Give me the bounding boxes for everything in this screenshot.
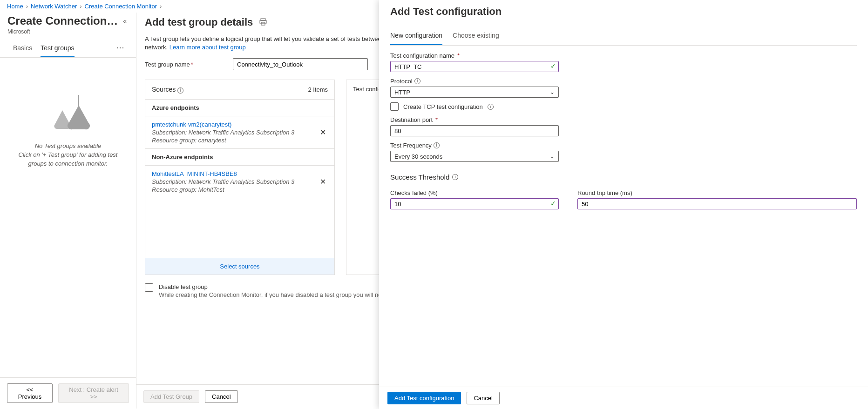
tab-test-groups[interactable]: Test groups <box>41 44 74 57</box>
left-footer: << Previous Next : Create alert >> <box>0 377 136 409</box>
empty-line3: groups to connection monitor. <box>28 160 108 167</box>
collapse-icon[interactable]: « <box>121 15 129 27</box>
cancel-button[interactable]: Cancel <box>205 390 237 403</box>
chevron-right-icon: › <box>26 3 28 10</box>
group-name-label-text: Test group name <box>145 61 190 68</box>
rtt-label: Round trip time (ms) <box>577 189 857 196</box>
test-frequency-label: Test Frequency i <box>390 142 857 149</box>
svg-rect-1 <box>260 20 266 23</box>
test-group-name-input[interactable] <box>233 58 368 70</box>
chevron-down-icon: ⌄ <box>550 89 555 95</box>
info-icon[interactable]: i <box>434 142 440 148</box>
chevron-right-icon: › <box>80 3 81 10</box>
svg-rect-2 <box>261 22 265 25</box>
valid-check-icon: ✓ <box>550 62 556 70</box>
config-name-input[interactable] <box>390 61 559 72</box>
required-icon: * <box>457 52 460 59</box>
create-tcp-label: Create TCP test configuration <box>403 103 483 110</box>
page-subtitle: Microsoft <box>7 28 129 35</box>
source-item-2-rg: Resource group: MohitTest <box>152 186 294 193</box>
empty-line1: No Test groups available <box>35 142 102 149</box>
create-tcp-checkbox[interactable] <box>390 102 399 111</box>
breadcrumb-create-cm[interactable]: Create Connection Monitor <box>85 3 157 10</box>
sources-count: 2 Items <box>308 86 328 93</box>
chevron-down-icon: ⌄ <box>550 153 555 160</box>
drawer-tabs: New configuration Choose existing <box>390 32 857 46</box>
svg-rect-0 <box>261 19 265 20</box>
sources-panel: Sources i 2 Items Azure endpoints pmtest… <box>145 80 335 275</box>
remove-source-2-icon[interactable]: ✕ <box>318 175 328 188</box>
left-tabs: Basics Test groups ··· <box>0 38 136 58</box>
sources-label: Sources i <box>152 86 183 94</box>
destination-port-label: Destination port* <box>390 116 857 123</box>
source-item-2-sub: Subscription: Network Traffic Analytics … <box>152 178 294 185</box>
test-frequency-select[interactable]: Every 30 seconds ⌄ <box>390 151 559 162</box>
source-item-1-sub: Subscription: Network Traffic Analytics … <box>152 129 294 136</box>
test-group-name-label: Test group name* <box>145 61 226 68</box>
print-icon[interactable] <box>259 18 267 27</box>
azure-endpoints-header: Azure endpoints <box>145 99 334 116</box>
required-icon: * <box>435 116 438 123</box>
previous-button[interactable]: << Previous <box>7 383 53 403</box>
success-title-text: Success Threshold <box>390 173 449 181</box>
add-test-configuration-drawer: Add Test configuration New configuration… <box>379 0 868 409</box>
drawer-footer: Add Test configuration Cancel <box>379 387 868 409</box>
chevron-right-icon: › <box>160 3 162 10</box>
non-azure-endpoints-header: Non-Azure endpoints <box>145 148 334 165</box>
drawer-cancel-button[interactable]: Cancel <box>467 392 499 404</box>
tab-choose-existing[interactable]: Choose existing <box>453 32 499 45</box>
protocol-label-text: Protocol <box>390 78 413 85</box>
source-item-1: pmtestchunk-vm2(canarytest) Subscription… <box>145 116 334 148</box>
destination-port-input[interactable] <box>390 125 559 136</box>
port-label-text: Destination port <box>390 116 433 123</box>
info-icon[interactable]: i <box>452 174 458 180</box>
page-title: Create Connection… <box>7 14 118 27</box>
info-icon[interactable]: i <box>488 104 494 110</box>
breadcrumb-home[interactable]: Home <box>7 3 23 10</box>
tab-more-icon[interactable]: ··· <box>113 44 129 57</box>
select-sources-button[interactable]: Select sources <box>145 258 334 275</box>
tab-basics[interactable]: Basics <box>13 44 32 57</box>
protocol-label: Protocol i <box>390 78 857 85</box>
left-sidebar: Create Connection… « Microsoft Basics Te… <box>0 13 136 409</box>
required-icon: * <box>191 61 193 68</box>
source-item-2-name[interactable]: MohittestLA_MININT-HB4SBE8 <box>152 170 294 177</box>
source-item-1-name[interactable]: pmtestchunk-vm2(canarytest) <box>152 121 294 128</box>
disable-test-group-checkbox[interactable] <box>145 283 153 292</box>
valid-check-icon: ✓ <box>550 200 556 207</box>
add-test-configuration-button[interactable]: Add Test configuration <box>387 392 461 404</box>
tab-new-configuration[interactable]: New configuration <box>390 32 442 45</box>
freq-value: Every 30 seconds <box>394 153 442 160</box>
remove-source-1-icon[interactable]: ✕ <box>318 126 328 139</box>
learn-more-link[interactable]: Learn more about test group <box>170 44 246 51</box>
success-threshold-title: Success Threshold i <box>390 173 857 181</box>
info-icon[interactable]: i <box>177 87 183 94</box>
flask-icon <box>45 95 91 131</box>
breadcrumb-network-watcher[interactable]: Network Watcher <box>31 3 77 10</box>
empty-line2: Click on '+ Test group' for adding test <box>19 151 118 158</box>
rtt-input[interactable] <box>577 198 857 209</box>
protocol-value: HTTP <box>394 89 410 96</box>
protocol-select[interactable]: HTTP ⌄ <box>390 87 559 98</box>
next-button: Next : Create alert >> <box>58 383 129 403</box>
source-item-1-rg: Resource group: canarytest <box>152 137 294 144</box>
add-test-group-button: Add Test Group <box>143 390 199 403</box>
middle-title: Add test group details <box>145 16 253 28</box>
checks-failed-label: Checks failed (%) <box>390 189 559 196</box>
config-name-label-text: Test configuration name <box>390 52 454 59</box>
info-icon[interactable]: i <box>414 78 420 84</box>
config-name-label: Test configuration name* <box>390 52 857 59</box>
drawer-title: Add Test configuration <box>390 6 857 18</box>
empty-state: No Test groups available Click on '+ Tes… <box>0 58 136 377</box>
sources-label-text: Sources <box>152 86 176 93</box>
freq-label-text: Test Frequency <box>390 142 432 149</box>
checks-failed-input[interactable] <box>390 198 559 209</box>
source-item-2: MohittestLA_MININT-HB4SBE8 Subscription:… <box>145 165 334 198</box>
